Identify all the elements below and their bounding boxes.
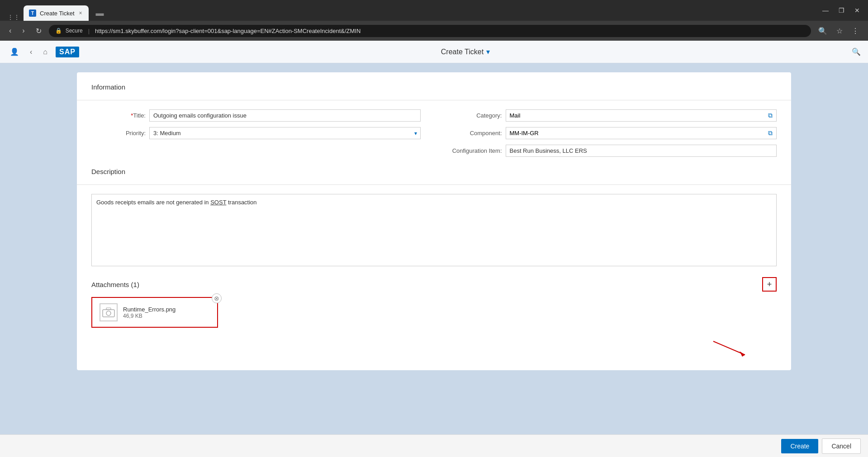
lock-icon: 🔒 (55, 28, 62, 34)
information-section-title: Information (91, 83, 777, 91)
title-label: *Title: (91, 112, 146, 119)
component-copy-btn[interactable]: ⧉ (764, 127, 776, 139)
bottom-bar: Create Cancel (0, 434, 868, 457)
forward-button[interactable]: › (19, 25, 28, 37)
browser-tab[interactable]: T Create Ticket × (24, 5, 89, 21)
tab-menu-button[interactable]: ⋮⋮ (4, 14, 24, 21)
search-address-btn[interactable]: 🔍 (815, 25, 831, 37)
description-section-title: Description (91, 168, 777, 175)
form-right-col: Category: ⧉ Component: ⧉ Configu (448, 109, 777, 157)
priority-row: Priority: 3: Medium ▾ (91, 127, 421, 139)
back-nav-btn[interactable]: ‹ (27, 46, 35, 58)
config-item-input[interactable] (506, 145, 777, 157)
component-input[interactable] (506, 127, 765, 139)
attachments-header: Attachments (1) + (91, 277, 777, 292)
category-row: Category: ⧉ (448, 109, 777, 122)
main-content: Information *Title: Priority: 3: Medi (0, 63, 868, 457)
section-divider (77, 100, 791, 100)
attachments-title: Attachments (1) (91, 281, 139, 288)
address-field[interactable]: 🔒 Secure | https://sm1.skybuffer.com/log… (49, 25, 811, 37)
tab-title: Create Ticket (40, 10, 75, 17)
description-content[interactable]: Goods receipts emails are not generated … (91, 194, 777, 266)
attachment-item: Runtime_Errors.png 46,9 KB ⊗ (91, 297, 218, 328)
attachment-file-icon (100, 303, 118, 321)
add-attachment-button[interactable]: + (762, 277, 777, 292)
sap-logo: SAP (56, 47, 79, 57)
config-item-label: Configuration Item: (448, 147, 502, 154)
reload-button[interactable]: ↻ (32, 25, 45, 37)
secure-text: Secure (66, 28, 83, 34)
attachment-filename: Runtime_Errors.png (123, 306, 210, 313)
title-input[interactable] (149, 109, 421, 122)
maximize-button[interactable]: ❐ (834, 5, 849, 16)
description-link: SOST (210, 199, 226, 206)
remove-attachment-button[interactable]: ⊗ (212, 293, 222, 303)
svg-line-3 (713, 341, 745, 355)
sap-page-title: Create Ticket ▾ (85, 47, 846, 56)
sap-header: 👤 ‹ ⌂ SAP Create Ticket ▾ 🔍 (0, 41, 868, 63)
create-button[interactable]: Create (781, 439, 818, 453)
description-divider (77, 184, 791, 185)
tab-favicon: T (29, 9, 36, 17)
minimize-button[interactable]: — (818, 5, 833, 16)
window-controls: — ❐ ✕ (818, 5, 864, 16)
svg-marker-4 (740, 351, 745, 357)
priority-label: Priority: (91, 130, 146, 137)
tab-bar: ⋮⋮ T Create Ticket × ▬ (4, 0, 814, 21)
bookmark-btn[interactable]: ☆ (833, 25, 846, 37)
description-section: Description Goods receipts emails are no… (91, 168, 777, 266)
back-button[interactable]: ‹ (5, 25, 15, 37)
form-panel: Information *Title: Priority: 3: Medi (77, 72, 791, 370)
attachment-info: Runtime_Errors.png 46,9 KB (123, 306, 210, 319)
arrow-annotation (91, 337, 777, 359)
tab-close-button[interactable]: × (78, 9, 83, 17)
empty-tab-area: ▬ (89, 5, 111, 21)
component-row: Component: ⧉ (448, 127, 777, 139)
more-btn[interactable]: ⋮ (848, 25, 863, 37)
category-input[interactable] (506, 110, 765, 121)
sap-search-button[interactable]: 🔍 (852, 47, 861, 56)
address-bar: ‹ › ↻ 🔒 Secure | https://sm1.skybuffer.c… (0, 21, 868, 41)
svg-point-1 (106, 311, 111, 316)
browser-titlebar: ⋮⋮ T Create Ticket × ▬ — ❐ ✕ (0, 0, 868, 21)
description-text2: transaction (226, 199, 256, 206)
svg-rect-2 (106, 308, 111, 310)
form-left-col: *Title: Priority: 3: Medium ▾ (91, 109, 421, 157)
attachment-filesize: 46,9 KB (123, 313, 210, 319)
user-icon-btn[interactable]: 👤 (7, 46, 22, 58)
description-text: Goods receipts emails are not generated … (96, 199, 210, 206)
component-label: Component: (448, 130, 502, 137)
address-actions: 🔍 ☆ ⋮ (815, 25, 863, 37)
cancel-button[interactable]: Cancel (822, 438, 861, 454)
category-label: Category: (448, 112, 502, 119)
url-text: https://sm1.skybuffer.com/login?sap-clie… (95, 28, 360, 34)
close-button[interactable]: ✕ (850, 5, 864, 16)
title-row: *Title: (91, 109, 421, 122)
config-item-row: Configuration Item: (448, 145, 777, 157)
home-nav-btn[interactable]: ⌂ (40, 46, 50, 58)
priority-select[interactable]: 3: Medium (149, 127, 421, 139)
attachments-section: Attachments (1) + Runtime_Errors.png 46,… (91, 277, 777, 328)
form-grid: *Title: Priority: 3: Medium ▾ (91, 109, 777, 157)
category-copy-btn[interactable]: ⧉ (764, 110, 776, 121)
